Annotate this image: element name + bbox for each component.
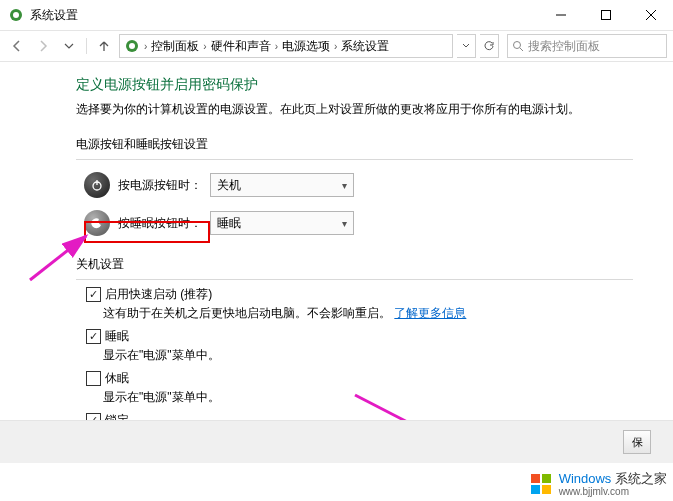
svg-rect-17	[542, 485, 551, 494]
separator	[86, 38, 87, 54]
svg-rect-16	[531, 485, 540, 494]
power-button-label: 按电源按钮时：	[118, 177, 202, 194]
svg-line-9	[520, 48, 523, 51]
sleep-sub: 显示在"电源"菜单中。	[103, 347, 633, 364]
page-heading: 定义电源按钮并启用密码保护	[76, 76, 633, 94]
breadcrumb-item[interactable]: 电源选项	[282, 38, 330, 55]
chevron-right-icon: ›	[142, 41, 149, 52]
sleep-button-value: 睡眠	[217, 215, 241, 232]
learn-more-link[interactable]: 了解更多信息	[394, 306, 466, 320]
svg-point-7	[129, 43, 135, 49]
chevron-right-icon: ›	[332, 41, 339, 52]
sleep-icon	[84, 210, 110, 236]
minimize-button[interactable]	[538, 0, 583, 30]
power-button-value: 关机	[217, 177, 241, 194]
sleep-button-select[interactable]: 睡眠 ▾	[210, 211, 354, 235]
save-button[interactable]: 保	[623, 430, 651, 454]
page-description: 选择要为你的计算机设置的电源设置。在此页上对设置所做的更改将应用于你所有的电源计…	[76, 100, 633, 118]
breadcrumb-item[interactable]: 硬件和声音	[211, 38, 271, 55]
hibernate-label: 休眠	[105, 370, 129, 387]
watermark: Windows 系统之家 www.bjjmlv.com	[529, 472, 667, 497]
chevron-down-icon: ▾	[342, 218, 347, 229]
svg-point-8	[514, 42, 521, 49]
svg-rect-3	[601, 11, 610, 20]
fast-startup-sub: 这有助于在关机之后更快地启动电脑。不会影响重启。 了解更多信息	[103, 305, 633, 322]
nav-back-button[interactable]	[6, 35, 28, 57]
hibernate-sub: 显示在"电源"菜单中。	[103, 389, 633, 406]
hibernate-checkbox[interactable]	[86, 371, 101, 386]
watermark-logo-icon	[529, 472, 553, 496]
svg-rect-14	[531, 474, 540, 483]
power-button-select[interactable]: 关机 ▾	[210, 173, 354, 197]
sleep-button-label: 按睡眠按钮时：	[118, 215, 202, 232]
sleep-checkbox[interactable]	[86, 329, 101, 344]
breadcrumb-item[interactable]: 系统设置	[341, 38, 389, 55]
breadcrumb-item[interactable]: 控制面板	[151, 38, 199, 55]
chevron-right-icon: ›	[273, 41, 280, 52]
breadcrumb-dropdown-button[interactable]	[457, 34, 476, 58]
nav-recent-button[interactable]	[58, 35, 80, 57]
svg-point-1	[13, 12, 19, 18]
maximize-button[interactable]	[583, 0, 628, 30]
fast-startup-checkbox[interactable]	[86, 287, 101, 302]
search-placeholder: 搜索控制面板	[528, 38, 600, 55]
svg-rect-15	[542, 474, 551, 483]
app-icon	[8, 7, 24, 23]
divider	[76, 159, 633, 160]
chevron-down-icon: ▾	[342, 180, 347, 191]
nav-up-button[interactable]	[93, 35, 115, 57]
close-button[interactable]	[628, 0, 673, 30]
search-input[interactable]: 搜索控制面板	[507, 34, 667, 58]
section-title-buttons: 电源按钮和睡眠按钮设置	[76, 136, 633, 153]
breadcrumb[interactable]: › 控制面板 › 硬件和声音 › 电源选项 › 系统设置	[119, 34, 453, 58]
chevron-right-icon: ›	[201, 41, 208, 52]
nav-forward-button[interactable]	[32, 35, 54, 57]
breadcrumb-icon	[124, 38, 140, 54]
search-icon	[512, 40, 524, 52]
power-icon	[84, 172, 110, 198]
fast-startup-label: 启用快速启动 (推荐)	[105, 286, 212, 303]
refresh-button[interactable]	[480, 34, 499, 58]
watermark-url: www.bjjmlv.com	[559, 486, 667, 497]
divider	[76, 279, 633, 280]
section-title-shutdown: 关机设置	[76, 256, 633, 273]
watermark-brand: Windows 系统之家	[559, 472, 667, 486]
sleep-label: 睡眠	[105, 328, 129, 345]
window-title: 系统设置	[30, 7, 78, 24]
